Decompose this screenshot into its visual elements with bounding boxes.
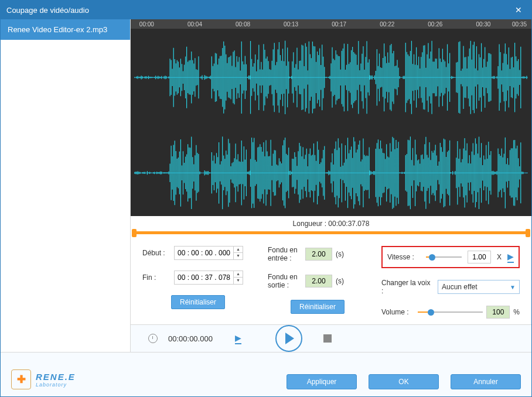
- tick: 00:04: [187, 21, 202, 28]
- play-icon: [285, 333, 294, 344]
- volume-label: Volume :: [381, 308, 414, 316]
- playback-time: 00:00:00.000: [168, 334, 213, 343]
- speed-unit: X: [497, 253, 502, 261]
- footer: ✚ RENE.E Laboratory Appliquer OK Annuler: [1, 352, 531, 396]
- start-time-input[interactable]: [175, 247, 233, 259]
- speed-label: Vitesse :: [387, 253, 420, 261]
- length-label: Longueur : 00:00:37.078: [293, 220, 370, 228]
- slider-thumb[interactable]: [428, 309, 434, 316]
- ok-button[interactable]: OK: [369, 374, 439, 389]
- trim-track: [133, 231, 529, 234]
- trim-slider[interactable]: [133, 229, 529, 234]
- volume-unit: %: [513, 308, 520, 316]
- reset-fade-button[interactable]: Réinitialiser: [291, 300, 345, 314]
- apply-button[interactable]: Appliquer: [287, 374, 357, 389]
- main-area: Renee Video Editor-ex 2.mp3 00:00 00:04 …: [1, 19, 531, 352]
- trim-handle-start[interactable]: [132, 229, 137, 237]
- end-label: Fin :: [142, 273, 170, 282]
- slider-thumb[interactable]: [429, 254, 435, 261]
- fade-in-label: Fondu en entrée :: [268, 246, 302, 262]
- end-time-spinner[interactable]: ▲▼: [174, 271, 243, 285]
- speed-slider[interactable]: [426, 253, 462, 261]
- start-label: Début :: [142, 249, 170, 257]
- speed-control-highlight: Vitesse : X ▶: [381, 246, 520, 268]
- logo-sub-text: Laboratory: [36, 382, 76, 388]
- voice-select[interactable]: Aucun effet ▼: [438, 280, 520, 294]
- tick: 00:22: [380, 21, 394, 28]
- chevron-down-icon: ▼: [510, 284, 516, 290]
- waveform-channel-right: [134, 130, 528, 216]
- spin-up-icon[interactable]: ▲: [234, 271, 243, 278]
- titlebar: Coupage de vidéo/audio ✕: [1, 1, 531, 19]
- sidebar-item-label: Renee Video Editor-ex 2.mp3: [8, 25, 107, 34]
- content-pane: 00:00 00:04 00:08 00:13 00:17 00:22 00:2…: [131, 19, 531, 352]
- end-time-input[interactable]: [175, 271, 233, 284]
- reset-trim-button[interactable]: Réinitialiser: [171, 295, 225, 309]
- speed-input[interactable]: [468, 251, 491, 263]
- stop-button[interactable]: [323, 334, 332, 343]
- play-button[interactable]: [275, 325, 302, 352]
- fade-in-input[interactable]: [305, 248, 332, 261]
- sidebar-item-file[interactable]: Renee Video Editor-ex 2.mp3: [1, 19, 130, 40]
- set-marker-icon[interactable]: ▶: [235, 333, 241, 344]
- cancel-button[interactable]: Annuler: [451, 374, 521, 389]
- fade-out-label: Fondu en sortie :: [268, 273, 302, 289]
- voice-value: Aucun effet: [442, 283, 478, 291]
- file-sidebar: Renee Video Editor-ex 2.mp3: [1, 19, 131, 352]
- length-readout: Longueur : 00:00:37.078: [131, 216, 531, 229]
- close-icon[interactable]: ✕: [511, 5, 526, 15]
- waveform-area[interactable]: [131, 29, 531, 216]
- time-ruler[interactable]: 00:00 00:04 00:08 00:13 00:17 00:22 00:2…: [131, 19, 531, 29]
- logo-main-text: RENE.E: [36, 372, 76, 382]
- tick: 00:30: [476, 21, 490, 28]
- logo-badge-icon: ✚: [11, 369, 31, 389]
- spin-down-icon[interactable]: ▼: [234, 278, 243, 284]
- spin-down-icon[interactable]: ▼: [234, 253, 243, 259]
- tick: 00:26: [428, 21, 442, 28]
- tick: 00:13: [284, 21, 298, 28]
- spin-up-icon[interactable]: ▲: [234, 247, 243, 253]
- sec-unit: (s): [336, 277, 344, 285]
- tick: 00:00: [139, 21, 154, 28]
- controls-panel: Début : ▲▼ Fin : ▲▼ Réinitialiser: [131, 240, 531, 324]
- voice-label: Changer la voix :: [381, 279, 434, 295]
- trim-handle-end[interactable]: [526, 229, 530, 237]
- sec-unit: (s): [336, 250, 344, 258]
- window-title: Coupage de vidéo/audio: [6, 6, 89, 15]
- brand-logo: ✚ RENE.E Laboratory: [11, 369, 76, 389]
- waveform-channel-left: [134, 35, 528, 121]
- tick: 00:08: [236, 21, 250, 28]
- volume-slider[interactable]: [418, 308, 483, 316]
- volume-input[interactable]: [486, 306, 510, 319]
- playback-bar: 00:00:00.000 ▶: [131, 325, 531, 352]
- tick: 00:35: [512, 21, 527, 28]
- tick: 00:17: [332, 21, 346, 28]
- start-time-spinner[interactable]: ▲▼: [174, 246, 243, 260]
- clock-icon: [148, 334, 158, 343]
- preview-speed-icon[interactable]: ▶: [507, 252, 514, 263]
- fade-out-input[interactable]: [305, 275, 332, 288]
